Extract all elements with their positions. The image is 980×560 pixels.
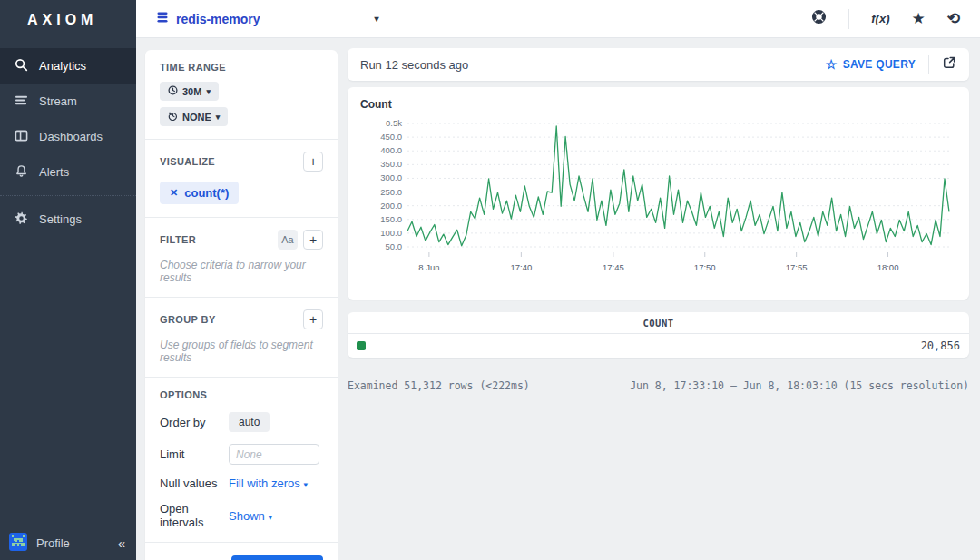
open-intervals-dropdown[interactable]: Shown ▾ [229, 509, 272, 523]
profile-bar[interactable]: Profile « [0, 526, 136, 560]
limit-label: Limit [160, 447, 229, 461]
avatar [9, 533, 27, 554]
chart-panel: Count 0.5k450.0400.0350.0300.0250.0200.0… [348, 87, 969, 300]
svg-text:17:45: 17:45 [603, 262, 624, 272]
chevron-down-icon: ▾ [216, 113, 220, 122]
chevron-down-icon: ▾ [206, 87, 211, 96]
svg-text:300.0: 300.0 [380, 172, 402, 182]
svg-text:150.0: 150.0 [380, 214, 402, 224]
dashboards-icon [15, 129, 28, 145]
clock-icon [168, 85, 178, 97]
table-header-count: COUNT [348, 312, 969, 334]
svg-text:350.0: 350.0 [380, 159, 402, 169]
svg-text:400.0: 400.0 [380, 145, 402, 155]
svg-text:50.0: 50.0 [386, 241, 403, 251]
case-sensitivity-button[interactable]: Aa [278, 230, 298, 250]
visualization-chip-label: count(*) [184, 186, 229, 200]
limit-input[interactable] [229, 444, 319, 465]
time-range-label: TIME RANGE [160, 62, 323, 73]
time-span-text: Jun 8, 17:33:10 — Jun 8, 18:03:10 (15 se… [630, 379, 969, 392]
query-builder-panel: TIME RANGE 30M ▾ NONE ▾ VISUALIZE + ✕ co… [145, 50, 338, 560]
sidebar-item-stream[interactable]: Stream [0, 84, 136, 119]
svg-text:17:55: 17:55 [786, 262, 808, 272]
add-group-by-button[interactable]: + [303, 309, 323, 329]
visualize-label: VISUALIZE [160, 156, 215, 167]
svg-text:17:40: 17:40 [510, 262, 532, 272]
time-range-duration-button[interactable]: 30M ▾ [160, 82, 219, 101]
group-by-section: GROUP BY + Use groups of fields to segme… [145, 297, 338, 377]
history-icon[interactable]: ⟲ [947, 9, 960, 28]
query-panel-footer: CLEAR RUN QUERY [145, 542, 338, 560]
null-values-label: Null values [160, 476, 229, 490]
gear-icon [15, 211, 28, 228]
sidebar-item-settings[interactable]: Settings [0, 201, 136, 237]
group-by-hint: Use groups of fields to segment results [160, 339, 323, 364]
svg-text:17:50: 17:50 [694, 262, 716, 272]
add-visualization-button[interactable]: + [303, 152, 323, 172]
time-range-compare-value: NONE [182, 112, 211, 123]
time-range-section: TIME RANGE 30M ▾ NONE ▾ [145, 50, 338, 139]
history-icon [168, 111, 178, 123]
database-icon [156, 11, 169, 26]
functions-icon[interactable]: f(x) [871, 12, 889, 25]
time-range-compare-button[interactable]: NONE ▾ [160, 107, 228, 126]
topbar-divider [848, 9, 849, 29]
filter-label: FILTER [160, 234, 196, 245]
sidebar-nav: Analytics Stream Dashboards Alerts Setti… [0, 48, 136, 237]
search-icon [15, 58, 28, 74]
filter-hint: Choose criteria to narrow your results [160, 259, 323, 284]
add-filter-button[interactable]: + [303, 230, 323, 250]
options-label: OPTIONS [160, 389, 323, 400]
axiom-logo: AXIOM [0, 0, 136, 28]
svg-text:250.0: 250.0 [380, 187, 402, 197]
collapse-sidebar-icon[interactable]: « [118, 535, 125, 551]
starred-queries-icon[interactable]: ★ [912, 9, 926, 28]
sidebar: AXIOM Analytics Stream Dashboards Alerts… [0, 0, 136, 560]
run-status-text: Run 12 seconds ago [360, 58, 468, 72]
sidebar-item-label: Settings [39, 212, 82, 226]
chevron-down-icon: ▾ [303, 480, 308, 489]
star-outline-icon: ☆ [826, 57, 838, 72]
filter-section: FILTER Aa + Choose criteria to narrow yo… [145, 217, 338, 297]
save-query-label: SAVE QUERY [843, 58, 916, 71]
series-swatch [357, 341, 366, 350]
help-lifebuoy-icon[interactable] [811, 9, 827, 28]
timeseries-chart[interactable]: 0.5k450.0400.0350.0300.0250.0200.0150.01… [360, 111, 956, 292]
results-table: COUNT 20,856 [348, 312, 969, 358]
visualize-section: VISUALIZE + ✕ count(*) [145, 139, 338, 217]
bell-icon [15, 164, 28, 181]
null-values-dropdown[interactable]: Fill with zeros ▾ [229, 476, 308, 490]
save-query-button[interactable]: ☆ SAVE QUERY [826, 57, 916, 72]
svg-text:450.0: 450.0 [380, 132, 402, 142]
sidebar-item-label: Analytics [39, 59, 86, 73]
svg-text:8 Jun: 8 Jun [418, 262, 439, 272]
sidebar-divider [0, 195, 136, 196]
profile-label: Profile [36, 536, 70, 550]
query-stats-bar: Examined 51,312 rows (<222ms) Jun 8, 17:… [348, 379, 969, 392]
svg-text:100.0: 100.0 [380, 228, 402, 238]
chevron-down-icon: ▾ [375, 14, 379, 24]
visualization-chip-count[interactable]: ✕ count(*) [160, 182, 239, 204]
order-by-value-button[interactable]: auto [229, 412, 270, 432]
chevron-down-icon: ▾ [268, 513, 272, 522]
examined-rows-text: Examined 51,312 rows (<222ms) [348, 379, 530, 392]
dataset-selector[interactable]: redis-memory ▾ [156, 11, 379, 26]
table-row[interactable]: 20,856 [348, 334, 969, 357]
sidebar-item-label: Stream [39, 94, 77, 108]
topbar-actions: f(x) ★ ⟲ [811, 9, 960, 29]
remove-visualization-icon[interactable]: ✕ [170, 187, 178, 199]
sidebar-item-label: Dashboards [39, 130, 103, 143]
sidebar-item-analytics[interactable]: Analytics [0, 48, 136, 84]
sidebar-item-alerts[interactable]: Alerts [0, 154, 136, 190]
svg-text:200.0: 200.0 [380, 201, 402, 211]
dataset-name: redis-memory [176, 12, 260, 26]
stream-icon [15, 93, 28, 110]
divider [928, 55, 929, 74]
run-query-button[interactable]: RUN QUERY [231, 555, 323, 560]
open-intervals-label: Open intervals [160, 502, 229, 529]
share-icon[interactable] [942, 55, 956, 74]
sidebar-item-dashboards[interactable]: Dashboards [0, 119, 136, 154]
sidebar-item-label: Alerts [39, 165, 69, 179]
svg-text:0.5k: 0.5k [386, 118, 402, 128]
time-range-duration-value: 30M [182, 86, 201, 97]
